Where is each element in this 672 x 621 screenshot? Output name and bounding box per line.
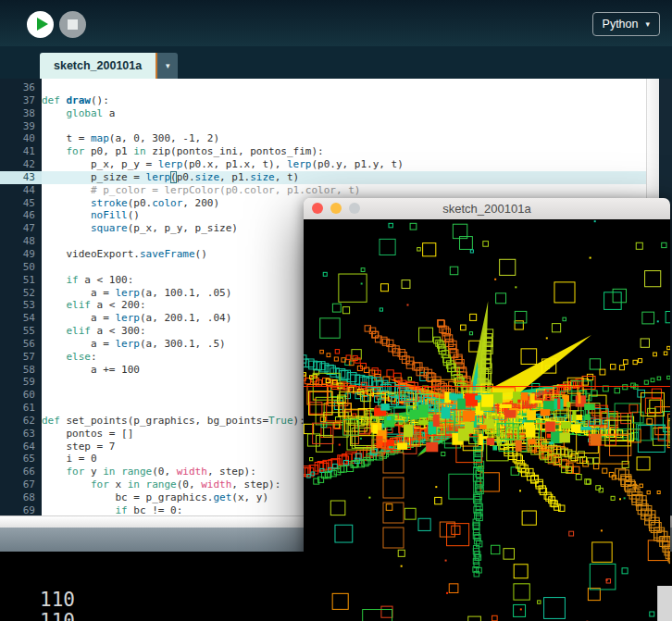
- line-number: 48: [0, 235, 42, 248]
- code-token: [140, 478, 146, 491]
- line-number: 42: [0, 158, 42, 171]
- minimize-button[interactable]: [330, 203, 342, 214]
- code-token: color: [152, 197, 182, 209]
- code-line-38[interactable]: global a: [42, 107, 659, 120]
- code-token: size: [195, 171, 220, 183]
- code-token: [42, 145, 67, 157]
- code-token: (p0.y, p1.y, t): [311, 158, 403, 170]
- code-line-36[interactable]: [42, 81, 659, 94]
- line-number: 38: [0, 107, 42, 120]
- code-token: (a, 300.1, .5): [140, 338, 226, 350]
- code-token: (0,: [177, 478, 202, 491]
- code-line-40[interactable]: t = map(a, 0, 300, -1, 2): [42, 132, 659, 145]
- chevron-down-icon: ▾: [166, 61, 170, 70]
- line-number: 39: [0, 120, 42, 133]
- code-token: lerp: [146, 171, 171, 183]
- code-token: def: [42, 94, 67, 106]
- sketch-window: sketch_200101a: [304, 198, 670, 621]
- code-token: a += 100: [42, 364, 140, 376]
- code-line-42[interactable]: p_x, p_y = lerp(p0.x, p1.x, t), lerp(p0.…: [42, 158, 659, 171]
- sketch-window-titlebar[interactable]: sketch_200101a: [304, 198, 670, 220]
- code-token: y: [84, 466, 103, 478]
- code-token: (0,: [152, 466, 177, 478]
- mode-selector[interactable]: Python ▾: [592, 12, 660, 36]
- line-number: 65: [0, 453, 42, 466]
- code-line-39[interactable]: [42, 120, 659, 133]
- code-token: get: [213, 491, 231, 503]
- code-token: step = 7: [42, 441, 115, 453]
- code-token: square: [91, 222, 128, 234]
- close-button[interactable]: [312, 203, 323, 214]
- code-token: # p_color = lerpColor(p0.color, p1.color…: [42, 184, 360, 196]
- code-token: [42, 504, 115, 516]
- code-token: lerp: [158, 158, 183, 170]
- line-number: 57: [0, 351, 42, 364]
- code-token: (a, 200.1, .04): [140, 312, 231, 324]
- code-token: videoExport.: [42, 248, 140, 260]
- line-number: 56: [0, 338, 42, 351]
- code-token: a =: [42, 338, 115, 350]
- code-token: lerp: [115, 312, 140, 324]
- mode-label: Python: [603, 18, 639, 31]
- line-number: 53: [0, 299, 42, 312]
- line-number: 55: [0, 325, 42, 338]
- sketch-canvas[interactable]: [304, 219, 670, 621]
- run-button[interactable]: [27, 11, 54, 38]
- line-number: 62: [0, 415, 42, 428]
- tab-sketch[interactable]: sketch_200101a: [40, 53, 156, 79]
- code-token: (p_x, p_y, p_size): [128, 222, 238, 234]
- code-token: [42, 299, 67, 311]
- code-line-41[interactable]: for p0, p1 in zip(pontos_ini, pontos_fim…: [42, 145, 659, 158]
- line-number: 45: [0, 197, 42, 210]
- play-icon: [37, 18, 48, 31]
- tab-menu-button[interactable]: ▾: [156, 53, 178, 79]
- code-token: [42, 197, 91, 209]
- code-token: [42, 351, 67, 363]
- code-token: [42, 209, 91, 221]
- code-line-44[interactable]: # p_color = lerpColor(p0.color, p1.color…: [42, 184, 659, 197]
- code-token: in: [128, 478, 140, 491]
- code-token: bc != 0:: [128, 504, 183, 516]
- code-token: for: [91, 478, 109, 491]
- code-token: if: [67, 274, 79, 286]
- code-token: , step):: [231, 478, 280, 491]
- code-token: (x, y): [231, 491, 268, 503]
- code-token: a < 300:: [91, 325, 146, 337]
- code-token: draw: [67, 94, 92, 106]
- line-number: 47: [0, 222, 42, 235]
- code-token: [42, 222, 91, 234]
- code-token: :: [91, 351, 97, 363]
- tab-label: sketch_200101a: [54, 59, 142, 72]
- line-number: 52: [0, 287, 42, 300]
- line-number: 66: [0, 466, 42, 478]
- code-token: i = 0: [42, 453, 97, 465]
- code-token: t =: [42, 132, 91, 144]
- console-output: 110110: [40, 590, 75, 621]
- stop-button[interactable]: [59, 11, 86, 38]
- code-token: , 200): [182, 197, 219, 209]
- line-number: 51: [0, 274, 42, 287]
- code-token: size: [250, 171, 275, 183]
- line-number: 37: [0, 94, 42, 107]
- stop-icon: [68, 19, 78, 30]
- zoom-button[interactable]: [349, 203, 360, 214]
- line-number: 61: [0, 402, 42, 415]
- code-line-43[interactable]: p_size = lerp(p0.size, p1.size, t): [42, 171, 659, 184]
- line-number: 43: [0, 171, 42, 184]
- code-token: [42, 325, 67, 337]
- line-number: 58: [0, 364, 42, 377]
- code-token: lerp: [115, 287, 140, 299]
- code-line-37[interactable]: def draw():: [42, 94, 659, 107]
- code-token: elif: [67, 299, 92, 311]
- code-token: def: [42, 415, 67, 427]
- line-number: 54: [0, 312, 42, 325]
- code-token: , p1.: [219, 171, 250, 183]
- code-token: x: [109, 478, 128, 491]
- chevron-down-icon: ▾: [645, 19, 650, 29]
- code-token: (): [195, 248, 207, 260]
- code-token: ():: [91, 94, 109, 106]
- background-window-fragment: [657, 586, 672, 621]
- code-token: in: [133, 145, 145, 157]
- code-token: a: [103, 107, 115, 119]
- code-token: if: [115, 504, 127, 516]
